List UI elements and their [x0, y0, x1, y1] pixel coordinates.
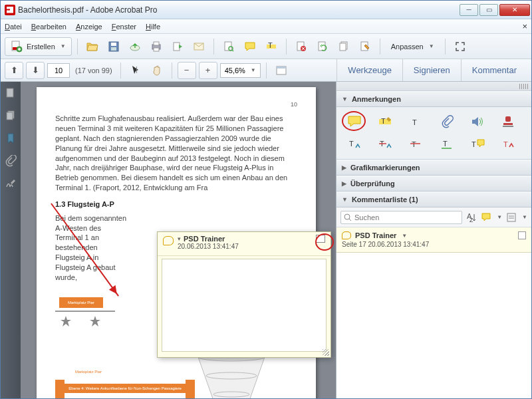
hand-tool[interactable] — [148, 61, 166, 80]
section-anmerkungen[interactable]: ▼Anmerkungen — [336, 91, 531, 107]
section-grafik[interactable]: ▶Grafikmarkierungen — [336, 160, 531, 176]
share-icon — [172, 41, 184, 53]
fullscreen-button[interactable] — [451, 37, 469, 56]
email-button[interactable] — [190, 37, 208, 56]
menubar-close-icon[interactable]: × — [522, 21, 527, 31]
tool-insert-text[interactable]: T — [344, 136, 364, 152]
tool-attach[interactable] — [437, 114, 457, 130]
heading: 1.3 Flugsteig A-P — [55, 200, 297, 209]
page-rotate-icon — [317, 41, 329, 53]
tool-highlight[interactable]: T — [375, 114, 395, 130]
options-icon[interactable] — [506, 212, 517, 223]
tab-signieren[interactable]: Signieren — [402, 59, 461, 81]
comment-search-input[interactable] — [340, 211, 462, 224]
tool-sticky-note[interactable] — [344, 114, 364, 130]
tool-underline[interactable]: T — [437, 136, 457, 152]
menu-datei[interactable]: Datei — [5, 23, 22, 31]
tool-text-note[interactable]: T — [467, 136, 487, 152]
resize-handle[interactable] — [323, 349, 329, 356]
zoom-select[interactable]: 45,6%▼ — [220, 63, 261, 78]
menu-bearbeiten[interactable]: Bearbeiten — [31, 23, 66, 31]
delete-page-button[interactable] — [292, 37, 311, 56]
annotation-circle — [342, 111, 366, 131]
create-button[interactable]: Erstellen ▼ — [5, 37, 72, 56]
highlight-button[interactable]: T — [262, 37, 281, 56]
tool-text-correction[interactable]: T — [498, 136, 518, 152]
panel-grip[interactable] — [336, 82, 531, 91]
popup-header[interactable]: ▾PSD Trainer 20.06.2013 13:41:47 — [158, 232, 331, 256]
text-correction-icon: T — [501, 138, 515, 151]
svg-text:T: T — [471, 140, 476, 148]
comment-checkbox[interactable] — [518, 231, 526, 239]
menu-fenster[interactable]: Fenster — [112, 23, 136, 31]
search-text-button[interactable] — [219, 37, 238, 56]
minimize-button[interactable]: ─ — [460, 4, 478, 16]
popup-textarea[interactable] — [162, 259, 327, 352]
zoom-out-button[interactable]: − — [178, 62, 196, 79]
comment-item[interactable]: PSD Trainer ▼ Seite 17 20.06.2013 13:41:… — [336, 227, 531, 253]
sort-icon[interactable]: Az — [466, 212, 477, 223]
svg-rect-49 — [507, 213, 515, 221]
prev-page-button[interactable]: ⬆ — [5, 62, 23, 79]
note-button[interactable] — [241, 37, 259, 56]
combine-button[interactable] — [334, 37, 353, 56]
plane-icon — [59, 315, 72, 328]
share-button[interactable] — [168, 37, 187, 56]
tab-kommentar[interactable]: Kommentar — [461, 59, 527, 81]
bookmarks-icon[interactable] — [5, 132, 17, 144]
svg-rect-8 — [154, 42, 159, 45]
section-ueberpruefung[interactable]: ▶Überprüfung — [336, 176, 531, 192]
svg-text:z: z — [469, 215, 473, 223]
main-toolbar: Erstellen ▼ T Anpassen ▼ — [1, 34, 531, 59]
create-pdf-icon — [11, 41, 23, 53]
tool-stamp[interactable] — [498, 114, 518, 130]
filter-icon[interactable] — [481, 212, 491, 223]
zoom-in-button[interactable]: + — [199, 62, 217, 79]
page-number-input[interactable] — [47, 63, 70, 78]
menu-hilfe[interactable]: Hilfe — [146, 23, 160, 31]
svg-rect-27 — [7, 112, 13, 120]
tool-audio[interactable] — [467, 114, 487, 130]
note-icon — [342, 231, 351, 239]
open-button[interactable] — [83, 37, 102, 56]
svg-rect-25 — [7, 88, 13, 97]
form-button[interactable] — [356, 37, 374, 56]
menu-anzeige[interactable]: Anzeige — [76, 23, 102, 31]
svg-rect-9 — [154, 48, 159, 51]
maximize-button[interactable]: ▭ — [479, 4, 498, 16]
select-tool[interactable] — [126, 61, 145, 80]
svg-rect-18 — [319, 42, 325, 51]
pages-icon[interactable] — [5, 110, 17, 122]
attachments-icon[interactable] — [5, 155, 17, 167]
tool-replace-text[interactable]: T — [375, 136, 395, 152]
close-button[interactable]: ✕ — [499, 4, 530, 16]
diagram-label: Marktplatz Pier — [75, 369, 102, 374]
navigation-rail — [1, 82, 21, 398]
envelope-icon — [193, 41, 205, 53]
dropdown-icon: ▼ — [251, 67, 256, 73]
dropdown-icon[interactable]: ▼ — [402, 233, 407, 239]
sticky-note-popup[interactable]: ▾PSD Trainer 20.06.2013 13:41:47 — [157, 231, 331, 358]
save-button[interactable] — [104, 37, 123, 56]
tool-text[interactable]: T — [406, 114, 426, 130]
cloud-button[interactable] — [126, 37, 144, 56]
next-page-button[interactable]: ⬇ — [26, 62, 45, 79]
tool-strikethrough[interactable]: T — [406, 136, 426, 152]
expand-icon: ▶ — [342, 164, 346, 171]
page-search-icon — [223, 41, 235, 53]
tab-werkzeuge[interactable]: Werkzeuge — [336, 59, 402, 81]
thumbnails-icon[interactable] — [5, 87, 17, 99]
customize-button[interactable]: Anpassen ▼ — [386, 37, 440, 56]
svg-rect-34 — [505, 116, 511, 122]
page-pencil-icon — [359, 41, 371, 53]
svg-text:T: T — [503, 140, 508, 148]
signatures-icon[interactable] — [5, 178, 17, 190]
svg-rect-22 — [136, 66, 137, 73]
search-icon — [343, 213, 352, 222]
page-count-label: (17 von 99) — [75, 66, 112, 74]
view-mode-button[interactable] — [272, 61, 291, 80]
document-viewport[interactable]: 10 Schritte zum Flughafenausbau realisie… — [21, 82, 336, 398]
print-button[interactable] — [147, 37, 166, 56]
section-kommentarliste[interactable]: ▼Kommentarliste (1) — [336, 192, 531, 207]
rotate-button[interactable] — [313, 37, 332, 56]
